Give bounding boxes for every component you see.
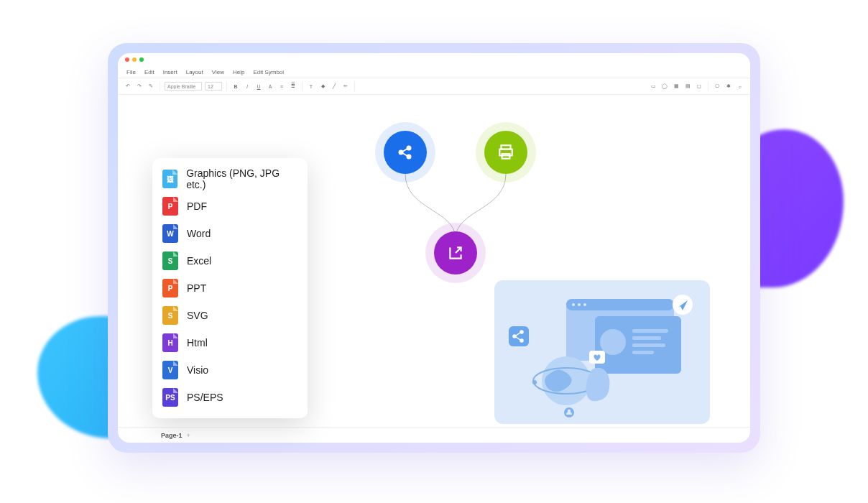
- svg-rect-21: [632, 329, 668, 333]
- print-icon: [497, 143, 515, 162]
- shape-icon[interactable]: ◯: [660, 82, 669, 91]
- toolbar-separator: [708, 81, 708, 91]
- svg-point-20: [600, 329, 626, 355]
- svg-point-10: [520, 331, 523, 333]
- menu-insert[interactable]: Insert: [163, 69, 177, 75]
- export-option[interactable]: SExcel: [162, 247, 297, 274]
- export-option-label: SVG: [187, 310, 208, 321]
- page-tab[interactable]: Page-1: [161, 432, 183, 439]
- export-option-label: Visio: [187, 364, 208, 376]
- export-option-label: PDF: [187, 200, 207, 212]
- menu-view[interactable]: View: [212, 69, 224, 75]
- sharing-illustration-card: [494, 280, 710, 424]
- toolbar: ↶ ↷ ✎ B I U A ≡ ≣ T ◆ ╱ ✏ ▭ ◯ ▦ ▤ ◻: [118, 78, 750, 95]
- svg-point-18: [583, 303, 586, 306]
- export-option[interactable]: PSPS/EPS: [162, 384, 297, 411]
- export-option-label: Graphics (PNG, JPG etc.): [186, 167, 297, 190]
- export-icon: [446, 244, 465, 262]
- line-icon[interactable]: ╱: [330, 82, 338, 91]
- file-type-icon: V: [162, 361, 178, 379]
- font-size-input[interactable]: [205, 82, 222, 91]
- menu-edit[interactable]: Edit: [144, 69, 154, 75]
- svg-point-11: [520, 339, 523, 342]
- lock-icon[interactable]: ⎔: [713, 82, 721, 91]
- svg-rect-22: [632, 336, 661, 340]
- menu-layout[interactable]: Layout: [186, 69, 203, 75]
- search-icon[interactable]: ⌕: [736, 82, 744, 91]
- traffic-light-close[interactable]: [125, 57, 129, 62]
- list-icon[interactable]: ≣: [289, 82, 297, 91]
- file-type-icon: PS: [162, 388, 178, 407]
- export-option[interactable]: SSVG: [162, 302, 297, 329]
- svg-point-29: [532, 380, 537, 384]
- export-option[interactable]: WWord: [162, 220, 297, 247]
- add-page-button[interactable]: +: [187, 432, 190, 439]
- text-color-icon[interactable]: A: [266, 82, 274, 91]
- export-option[interactable]: PPDF: [162, 193, 297, 220]
- bold-icon[interactable]: B: [231, 82, 240, 91]
- export-option-label: Word: [187, 228, 211, 239]
- toolbar-separator: [302, 81, 303, 91]
- traffic-light-zoom[interactable]: [139, 57, 144, 62]
- svg-rect-8: [509, 326, 529, 346]
- svg-line-3: [402, 149, 407, 152]
- node-share[interactable]: [384, 131, 427, 174]
- svg-rect-23: [632, 343, 665, 347]
- svg-point-16: [572, 303, 575, 306]
- picture-icon[interactable]: ▭: [649, 82, 657, 91]
- export-format-menu: 🖼Graphics (PNG, JPG etc.)PPDFWWordSExcel…: [152, 158, 308, 418]
- format-painter-icon[interactable]: ✎: [147, 82, 155, 91]
- file-type-icon: P: [162, 197, 178, 216]
- file-type-icon: H: [162, 333, 178, 352]
- node-export[interactable]: [434, 231, 477, 274]
- align-icon[interactable]: ≡: [277, 82, 286, 91]
- export-option-label: Html: [187, 337, 208, 349]
- window-titlebar: [118, 53, 750, 66]
- svg-point-17: [578, 303, 581, 306]
- toolbar-separator: [226, 81, 227, 91]
- page-tab-bar: Page-1 +: [118, 427, 750, 443]
- export-option[interactable]: 🖼Graphics (PNG, JPG etc.): [162, 165, 297, 193]
- redo-icon[interactable]: ↷: [135, 82, 144, 91]
- pencil-icon[interactable]: ✏: [341, 82, 350, 91]
- export-option-label: Excel: [187, 255, 211, 267]
- table-icon[interactable]: ▦: [672, 82, 680, 91]
- file-type-icon: W: [162, 224, 178, 243]
- export-option[interactable]: PPPT: [162, 274, 297, 302]
- menu-file[interactable]: File: [126, 69, 136, 75]
- settings-icon[interactable]: ✱: [724, 82, 733, 91]
- toolbar-separator: [160, 81, 160, 91]
- font-name-input[interactable]: [165, 82, 202, 91]
- chart-icon[interactable]: ▤: [683, 82, 692, 91]
- file-type-icon: 🖼: [162, 170, 177, 188]
- file-type-icon: S: [162, 306, 178, 325]
- export-option[interactable]: HHtml: [162, 329, 297, 356]
- toolbar-separator: [354, 81, 355, 91]
- italic-icon[interactable]: I: [243, 82, 251, 91]
- underline-icon[interactable]: U: [254, 82, 263, 91]
- export-option-label: PPT: [187, 282, 206, 294]
- svg-point-9: [513, 335, 516, 338]
- undo-icon[interactable]: ↶: [124, 82, 132, 91]
- fill-icon[interactable]: ◆: [318, 82, 327, 91]
- file-type-icon: S: [162, 251, 178, 270]
- share-icon: [397, 144, 414, 161]
- node-print[interactable]: [484, 131, 527, 174]
- export-option-label: PS/EPS: [187, 392, 223, 403]
- menu-edit-symbol[interactable]: Edit Symbol: [253, 69, 284, 75]
- export-option[interactable]: VVisio: [162, 356, 297, 384]
- svg-rect-15: [566, 299, 674, 310]
- traffic-light-minimize[interactable]: [132, 57, 137, 62]
- svg-rect-7: [502, 154, 510, 159]
- text-box-icon[interactable]: T: [307, 82, 315, 91]
- svg-line-4: [402, 153, 407, 156]
- menu-help[interactable]: Help: [233, 69, 244, 75]
- file-type-icon: P: [162, 279, 178, 297]
- menu-bar: File Edit Insert Layout View Help Edit S…: [118, 66, 750, 78]
- symbol-icon[interactable]: ◻: [695, 82, 703, 91]
- svg-rect-24: [632, 351, 654, 354]
